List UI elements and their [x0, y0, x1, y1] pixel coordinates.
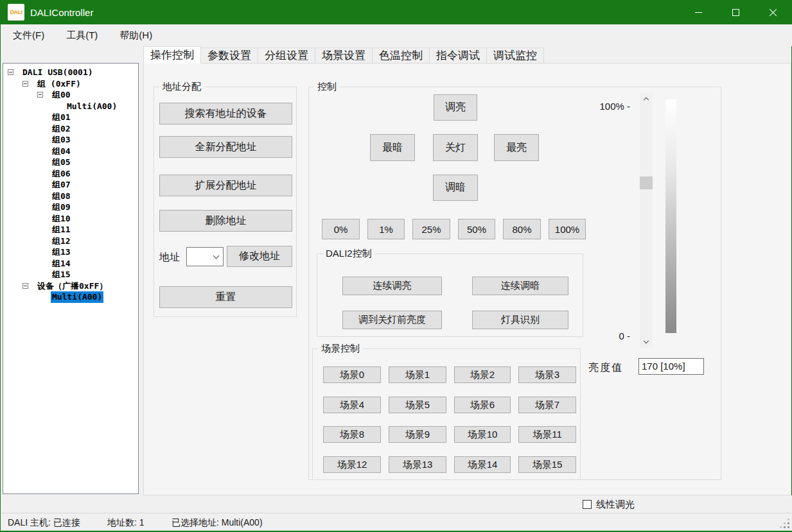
tab-strip: 操作控制 参数设置 分组设置 场景设置 色温控制 指令调试 调试监控 [143, 46, 544, 64]
luminaire-identify-button[interactable]: 灯具识别 [472, 311, 568, 329]
brighten-button[interactable]: 调亮 [434, 94, 477, 121]
control-group: 控制 调亮 最暗 关灯 最亮 调暗 0% 1% 25% 50% 80% 100%… [308, 87, 721, 480]
scene-0-button[interactable]: 场景0 [323, 366, 381, 383]
menu-help[interactable]: 帮助(H) [113, 26, 159, 45]
scene-6-button[interactable]: 场景6 [454, 397, 511, 413]
scene-9-button[interactable]: 场景9 [389, 426, 446, 443]
minimize-button[interactable] [680, 0, 717, 24]
scene-12-button[interactable]: 场景12 [323, 456, 381, 473]
tree-item-group08[interactable]: 组08 [3, 191, 138, 202]
maximize-button[interactable] [717, 0, 754, 24]
close-icon [769, 8, 777, 17]
tree-item-group14[interactable]: 组14 [3, 258, 138, 270]
scene-control-group: 场景控制 场景0 场景1 场景2 场景3 场景4 场景5 场景6 场景7 场景8… [312, 348, 581, 480]
continuous-brighten-button[interactable]: 连续调亮 [342, 277, 442, 295]
scene-11-button[interactable]: 场景11 [518, 426, 576, 443]
window-title: DALIController [30, 7, 93, 18]
tree-item-group13[interactable]: 组13 [3, 246, 138, 258]
scroll-up-button[interactable] [640, 92, 653, 103]
tree-item-multi-a00-selected[interactable]: Multi(A00) [3, 291, 138, 303]
linear-dimming-checkbox[interactable] [583, 500, 592, 509]
dimmest-button[interactable]: 最暗 [370, 134, 415, 161]
collapse-icon[interactable] [22, 283, 28, 289]
scene-7-button[interactable]: 场景7 [518, 397, 576, 413]
address-allocation-group: 地址分配 搜索有地址的设备 全新分配地址 扩展分配地址 删除地址 地址 修改地址… [154, 87, 297, 317]
resize-grip[interactable] [788, 526, 789, 528]
dali2-control-group: DALI2控制 连续调亮 连续调暗 调到关灯前亮度 灯具识别 [317, 253, 583, 337]
percent-25-button[interactable]: 25% [412, 219, 450, 239]
tree-item-group01[interactable]: 组01 [3, 112, 138, 123]
continuous-dim-button[interactable]: 连续调暗 [472, 277, 568, 295]
tab-scene-settings[interactable]: 场景设置 [315, 47, 373, 64]
scene-15-button[interactable]: 场景15 [518, 456, 576, 473]
search-addressed-devices-button[interactable]: 搜索有地址的设备 [159, 103, 292, 124]
tree-item-root[interactable]: DALI USB(0001) [3, 67, 138, 78]
modify-address-button[interactable]: 修改地址 [227, 246, 292, 267]
address-combobox[interactable] [186, 247, 224, 266]
tree-item-group07[interactable]: 组07 [3, 179, 138, 191]
collapse-icon[interactable] [22, 81, 28, 87]
tab-color-temp-control[interactable]: 色温控制 [373, 47, 430, 64]
collapse-icon[interactable] [8, 69, 13, 75]
scene-13-button[interactable]: 场景13 [389, 456, 446, 473]
tab-command-debug[interactable]: 指令调试 [430, 47, 487, 64]
tree-item-group15[interactable]: 组15 [3, 269, 138, 280]
percent-50-button[interactable]: 50% [458, 219, 495, 239]
scene-4-button[interactable]: 场景4 [323, 397, 381, 413]
brightness-scrollbar[interactable] [640, 92, 653, 348]
brightness-value-field[interactable]: 170 [10%] [638, 358, 704, 375]
percent-80-button[interactable]: 80% [503, 219, 541, 239]
scroll-down-button[interactable] [640, 337, 653, 348]
tree-item-multi-a00[interactable]: Multi(A00) [3, 101, 138, 112]
menu-tools[interactable]: 工具(T) [60, 26, 104, 45]
tree-item-group09[interactable]: 组09 [3, 202, 138, 213]
dali2-control-title: DALI2控制 [322, 248, 375, 260]
tree-item-group05[interactable]: 组05 [3, 157, 138, 168]
extend-assign-address-button[interactable]: 扩展分配地址 [159, 175, 292, 196]
operation-control-page: 地址分配 搜索有地址的设备 全新分配地址 扩展分配地址 删除地址 地址 修改地址… [143, 63, 791, 495]
tree-item-group02[interactable]: 组02 [3, 123, 138, 135]
linear-dimming-label: 线性调光 [596, 499, 635, 511]
tree-item-group-root[interactable]: 组 (0xFF) [3, 78, 138, 90]
tree-item-device-broadcast[interactable]: 设备（广播0xFF） [3, 280, 138, 292]
tree-item-group10[interactable]: 组10 [3, 213, 138, 225]
status-address-count: 地址数: 1 [107, 517, 145, 529]
scene-8-button[interactable]: 场景8 [323, 426, 381, 443]
percent-1-button[interactable]: 1% [367, 219, 405, 239]
tab-operation-control[interactable]: 操作控制 [143, 46, 201, 64]
collapse-icon[interactable] [37, 92, 43, 98]
scene-2-button[interactable]: 场景2 [454, 366, 511, 383]
scene-3-button[interactable]: 场景3 [518, 366, 576, 383]
dim-button[interactable]: 调暗 [433, 175, 478, 201]
scrollbar-thumb[interactable] [640, 176, 653, 189]
menu-bar: 文件(F) 工具(T) 帮助(H) [1, 24, 792, 46]
tree-item-group04[interactable]: 组04 [3, 146, 138, 157]
menu-file[interactable]: 文件(F) [6, 26, 51, 45]
title-bar: DALI DALIController [1, 0, 791, 24]
reset-button[interactable]: 重置 [159, 286, 292, 308]
tab-parameter-settings[interactable]: 参数设置 [201, 47, 258, 64]
delete-address-button[interactable]: 删除地址 [159, 210, 292, 232]
percent-0-button[interactable]: 0% [322, 219, 360, 239]
close-button[interactable] [754, 0, 791, 24]
scene-14-button[interactable]: 场景14 [454, 456, 511, 473]
assign-new-address-button[interactable]: 全新分配地址 [159, 136, 292, 158]
chevron-down-icon [644, 338, 649, 343]
tab-grouping-settings[interactable]: 分组设置 [258, 47, 315, 64]
scene-5-button[interactable]: 场景5 [389, 397, 446, 413]
tree-item-group11[interactable]: 组11 [3, 224, 138, 236]
recall-last-level-button[interactable]: 调到关灯前亮度 [342, 311, 442, 329]
tree-item-group00[interactable]: 组00 [3, 89, 138, 101]
status-host: DALI 主机: 已连接 [8, 517, 80, 529]
slider-min-label: 0 - [566, 330, 630, 341]
brightest-button[interactable]: 最亮 [494, 134, 539, 161]
scene-10-button[interactable]: 场景10 [454, 426, 511, 443]
light-off-button[interactable]: 关灯 [433, 134, 478, 161]
scene-1-button[interactable]: 场景1 [389, 366, 446, 383]
brightness-value-label: 亮度值 [569, 361, 630, 375]
tree-item-group12[interactable]: 组12 [3, 236, 138, 247]
tree-item-group03[interactable]: 组03 [3, 134, 138, 146]
percent-100-button[interactable]: 100% [549, 219, 586, 239]
tree-item-group06[interactable]: 组06 [3, 168, 138, 180]
tab-debug-monitor[interactable]: 调试监控 [487, 47, 544, 64]
